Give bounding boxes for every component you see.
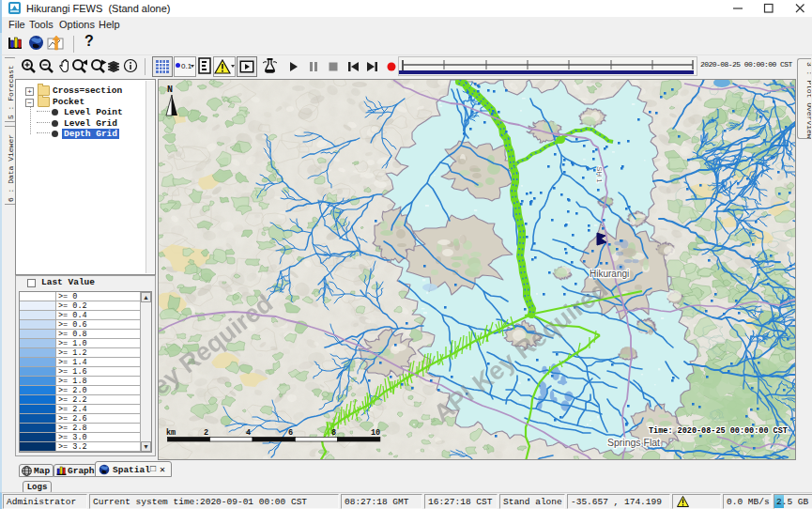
svg-text:Hikurangi: Hikurangi xyxy=(590,269,629,279)
svg-text:10: 10 xyxy=(371,428,380,438)
svg-text:km: km xyxy=(166,428,176,438)
svg-text:Springs Flat: Springs Flat xyxy=(607,437,660,448)
svg-text:6 : Data Viewer: 6 : Data Viewer xyxy=(7,134,15,202)
svg-text:4: 4 xyxy=(246,428,251,438)
svg-text:5 : Forecast: 5 : Forecast xyxy=(7,65,15,119)
svg-text:Time: 2020-08-25 00:00:00 CST: Time: 2020-08-25 00:00:00 CST xyxy=(649,426,788,436)
svg-text:N: N xyxy=(167,85,173,95)
svg-text:3 : Plot Overview: 3 : Plot Overview xyxy=(805,62,811,139)
svg-text:2: 2 xyxy=(204,428,208,438)
svg-text:SH 1: SH 1 xyxy=(595,166,604,183)
svg-text:8: 8 xyxy=(331,428,336,438)
svg-text:6: 6 xyxy=(288,428,293,438)
